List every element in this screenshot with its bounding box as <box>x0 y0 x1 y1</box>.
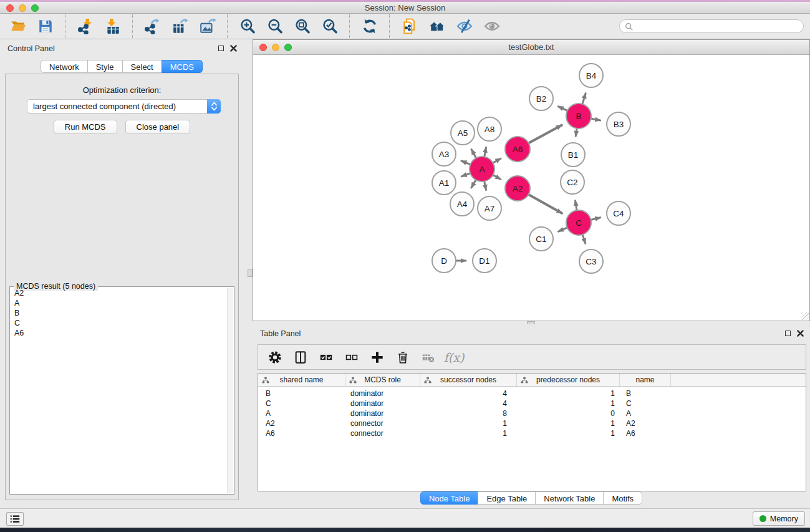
column-header-name[interactable]: name <box>620 374 671 386</box>
mcds-result-list[interactable]: A2ABCA6 <box>11 288 227 493</box>
resize-handle-icon[interactable] <box>801 312 809 320</box>
task-history-button[interactable] <box>6 512 24 526</box>
show-hidden-button[interactable] <box>480 17 503 36</box>
table-cell[interactable]: A6 <box>620 429 671 438</box>
zoom-selected-button[interactable] <box>318 17 341 36</box>
table-row[interactable]: Adominator80A <box>258 409 806 418</box>
select-all-button[interactable] <box>318 349 334 365</box>
column-header-mcds-role[interactable]: MCDS role <box>345 374 420 386</box>
search-input[interactable] <box>636 20 798 32</box>
delete-row-button[interactable] <box>395 349 411 365</box>
network-edge[interactable] <box>529 125 562 143</box>
network-window-titlebar[interactable]: testGlobe.txt <box>253 40 809 55</box>
network-edge[interactable] <box>461 161 470 164</box>
table-cell[interactable]: 0 <box>517 409 620 418</box>
tab-motifs[interactable]: Motifs <box>603 491 642 505</box>
table-cell[interactable]: 1 <box>517 389 620 398</box>
tab-style[interactable]: Style <box>87 60 123 73</box>
float-panel-icon[interactable] <box>218 46 224 51</box>
column-header-shared-name[interactable]: shared name <box>258 374 345 386</box>
delete-table-button[interactable] <box>420 349 436 365</box>
table-cell[interactable]: dominator <box>345 389 420 398</box>
network-edge[interactable] <box>471 150 476 158</box>
zoom-fit-button[interactable] <box>291 17 314 36</box>
tab-edge-table[interactable]: Edge Table <box>478 491 536 505</box>
table-row[interactable]: A6connector11A6 <box>258 428 806 438</box>
column-layout-button[interactable] <box>292 349 309 365</box>
zoom-in-button[interactable] <box>236 17 259 36</box>
function-builder-button[interactable]: f(x) <box>446 349 462 365</box>
table-cell[interactable]: C <box>620 399 671 408</box>
mcds-result-item[interactable]: B <box>11 308 227 318</box>
memory-button[interactable]: Memory <box>753 511 805 526</box>
table-row[interactable]: Bdominator41B <box>258 389 806 399</box>
table-cell[interactable]: connector <box>345 419 420 428</box>
table-cell[interactable]: connector <box>345 429 420 438</box>
mcds-result-item[interactable]: A6 <box>11 328 227 338</box>
save-session-button[interactable] <box>34 17 57 36</box>
deselect-all-button[interactable] <box>344 349 360 365</box>
network-edge[interactable] <box>485 148 486 157</box>
tab-network-table[interactable]: Network Table <box>535 491 604 505</box>
close-table-panel-icon[interactable] <box>797 330 804 337</box>
table-cell[interactable]: A6 <box>258 429 345 438</box>
table-cell[interactable]: B <box>258 389 345 398</box>
table-row[interactable]: A2connector11A2 <box>258 418 806 428</box>
network-edge[interactable] <box>493 158 501 163</box>
run-mcds-button[interactable]: Run MCDS <box>54 120 117 134</box>
table-cell[interactable]: dominator <box>345 399 420 408</box>
table-cell[interactable]: 1 <box>517 399 620 408</box>
network-edge[interactable] <box>582 94 586 104</box>
mcds-result-item[interactable]: C <box>11 318 227 328</box>
table-cell[interactable]: 4 <box>420 399 517 408</box>
table-cell[interactable]: A2 <box>620 419 671 428</box>
table-row[interactable]: Cdominator41C <box>258 399 806 409</box>
table-cell[interactable]: A <box>620 409 671 418</box>
table-cell[interactable]: A <box>258 409 345 418</box>
float-table-panel-icon[interactable] <box>785 331 791 336</box>
network-canvas[interactable]: AA1A2A3A4A5A6A7A8BB1B2B3B4CC1C2C3C4DD1 <box>253 56 809 321</box>
import-network-button[interactable] <box>74 17 97 36</box>
mcds-result-item[interactable]: A <box>11 298 227 308</box>
network-edge[interactable] <box>576 129 577 137</box>
hide-selected-button[interactable] <box>453 17 476 36</box>
column-header-successor-nodes[interactable]: successor nodes <box>420 374 517 386</box>
network-edge[interactable] <box>471 180 476 188</box>
close-panel-icon[interactable] <box>230 45 237 52</box>
table-settings-button[interactable] <box>267 349 283 365</box>
table-cell[interactable]: C <box>258 399 345 408</box>
tab-network[interactable]: Network <box>41 60 88 73</box>
export-table-button[interactable] <box>168 17 191 36</box>
table-cell[interactable]: 1 <box>517 429 620 438</box>
network-edge[interactable] <box>559 228 567 231</box>
export-network-button[interactable] <box>141 17 164 36</box>
zoom-out-button[interactable] <box>263 17 286 36</box>
table-cell[interactable]: 4 <box>420 389 517 398</box>
tab-node-table[interactable]: Node Table <box>420 491 479 505</box>
network-edge[interactable] <box>582 235 585 243</box>
table-cell[interactable]: 1 <box>420 419 517 428</box>
network-edge[interactable] <box>493 175 500 179</box>
open-recent-session-button[interactable] <box>425 17 448 36</box>
table-cell[interactable]: B <box>620 389 671 398</box>
table-cell[interactable]: A2 <box>258 419 345 428</box>
network-edge[interactable] <box>558 107 567 110</box>
table-cell[interactable]: dominator <box>345 409 420 418</box>
close-panel-button[interactable]: Close panel <box>125 120 191 134</box>
open-session-button[interactable] <box>6 17 29 36</box>
tab-mcds[interactable]: MCDS <box>162 60 203 73</box>
tab-select[interactable]: Select <box>122 60 162 73</box>
table-cell[interactable]: 8 <box>420 409 517 418</box>
mcds-list-scrollbar[interactable] <box>227 288 233 493</box>
table-cell[interactable]: 1 <box>517 419 620 428</box>
add-row-button[interactable] <box>369 349 385 365</box>
table-cell[interactable]: 1 <box>420 429 517 438</box>
network-edge[interactable] <box>529 195 562 213</box>
column-header-predecessor-nodes[interactable]: predecessor nodes <box>517 374 620 386</box>
criterion-select[interactable]: largest connected component (directed) <box>27 99 221 114</box>
network-edge[interactable] <box>461 173 470 177</box>
vertical-splitter-handle[interactable] <box>248 269 253 277</box>
mcds-result-item[interactable]: A2 <box>11 288 227 298</box>
network-edge[interactable] <box>576 201 577 210</box>
clone-network-button[interactable] <box>398 17 421 36</box>
